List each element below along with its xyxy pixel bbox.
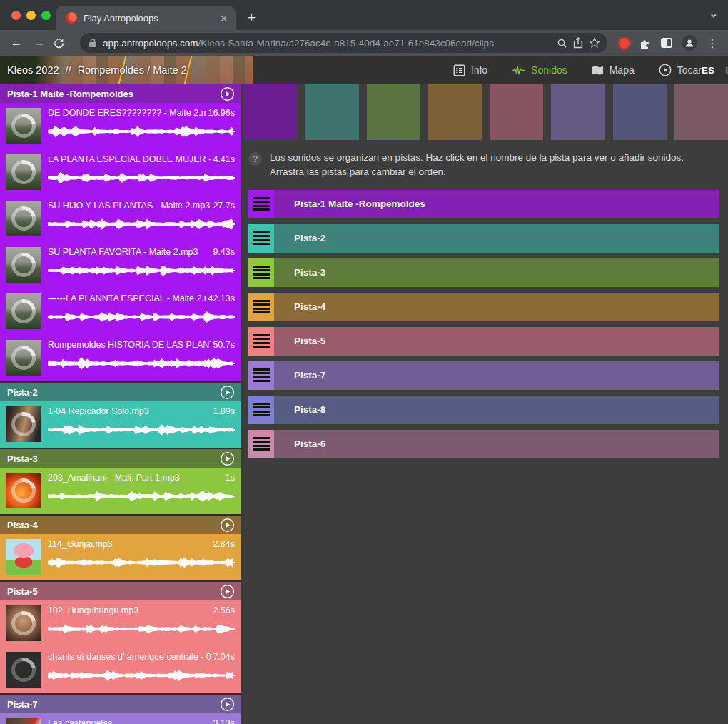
reload-button[interactable] [53, 37, 71, 49]
track-drag-handle[interactable] [248, 258, 274, 287]
track-drag-handle[interactable] [248, 190, 274, 218]
clip-thumbnail [6, 154, 41, 190]
bookmark-star-icon[interactable] [589, 37, 600, 49]
track-drag-handle[interactable] [248, 430, 274, 458]
track-drag-handle[interactable] [248, 293, 274, 321]
track-row: Pista-2 [248, 224, 719, 253]
nav-item-sonidos[interactable]: Sonidos [512, 64, 567, 76]
toolbar-extensions: ⋮ [616, 35, 721, 51]
track-drag-handle[interactable] [248, 224, 274, 253]
track-row-bar[interactable]: Pista-5 [274, 327, 719, 356]
clip-title: chants et danses d' amerique centrale - … [48, 652, 211, 662]
sidebar-track-header[interactable]: Pista-1 Maite -Rompemoldes [0, 84, 241, 103]
track-play-button[interactable] [220, 451, 235, 466]
audio-clip[interactable]: Rompemoldes HISTORIA DE LAS PLANTAS... 5… [0, 335, 241, 381]
clip-duration: 1s [226, 473, 235, 483]
track-row-bar[interactable]: Pista-7 [274, 361, 719, 390]
track-name: Pista-4 [7, 520, 220, 531]
sidebar-track-header[interactable]: Pista-5 [0, 582, 241, 600]
sidebar-track-header[interactable]: Pista-3 [0, 449, 241, 468]
profile-avatar[interactable] [682, 35, 697, 51]
url-bar[interactable]: app.antropoloops.com/Kleos-Santa-Marina/… [80, 33, 607, 53]
sidebar-track-header[interactable]: Pista-4 [0, 516, 241, 534]
audio-clip[interactable]: 102_Hunguhungu.mp3 2.56s [0, 600, 241, 647]
audio-clip[interactable]: 114_Gunjai.mp3 2.84s [0, 534, 241, 580]
track-drag-handle[interactable] [248, 327, 274, 356]
lang-en-button[interactable]: EN [725, 65, 728, 76]
nav-item-mapa[interactable]: Mapa [592, 64, 635, 76]
help-question-icon: ? [248, 152, 262, 166]
side-panel-icon[interactable] [661, 38, 672, 48]
extensions-puzzle-icon[interactable] [639, 36, 652, 49]
clip-top: 102_Hunguhungu.mp3 2.56s [48, 605, 235, 615]
browser-menu-icon[interactable]: ⋮ [707, 36, 718, 50]
browser-tab[interactable]: Play Antropoloops × [56, 6, 236, 30]
track-play-button[interactable] [220, 86, 235, 101]
track-play-button[interactable] [220, 584, 235, 599]
sidebar-track-header[interactable]: Pista-7 [0, 695, 241, 713]
audio-clip[interactable]: ------LA PLANNTA ESPECIAL - Maite 2.mp3 … [0, 288, 241, 335]
share-icon[interactable] [573, 37, 583, 49]
audio-clip[interactable]: DE DONDE ERES???????? - Maite 2.mp3 16.9… [0, 103, 241, 149]
url-path: /Kleos-Santa-Marina/a276ac4e-a815-40d4-a… [198, 38, 494, 49]
drag-grip-icon [253, 368, 270, 382]
url-domain: app.antropoloops.com [103, 38, 198, 49]
window-controls [11, 11, 51, 20]
window-minimize-button[interactable] [26, 11, 36, 20]
audio-clip[interactable]: LA PLANTA ESPECIAL DOBLE MUJER - Mai... … [0, 149, 241, 196]
track-play-button[interactable] [220, 697, 235, 712]
audio-clip[interactable]: SU PLANTA FAVORITA - Maite 2.mp3 9.43s [0, 242, 241, 288]
forward-button[interactable]: → [30, 36, 49, 50]
drag-grip-icon [253, 266, 270, 279]
track-row-bar[interactable]: Pista-2 [274, 224, 719, 253]
clip-thumbnail [6, 340, 41, 376]
clip-title: 102_Hunguhungu.mp3 [48, 605, 211, 615]
track-row-label: Pista-4 [294, 301, 325, 312]
track-clips: Las castañuelas 3.13s [0, 713, 241, 724]
track-color-swatch [551, 84, 605, 140]
audio-clip[interactable]: 203_Amalihani - Mali: Part 1.mp3 1s [0, 468, 241, 514]
audio-clip[interactable]: SU HIJO Y LAS PLANTAS - Maite 2.mp3 27.7… [0, 196, 241, 242]
track-clips: 114_Gunjai.mp3 2.84s [0, 534, 241, 580]
clip-duration: 4.41s [213, 154, 235, 164]
clip-top: Las castañuelas 3.13s [48, 718, 235, 724]
clip-main: SU HIJO Y LAS PLANTAS - Maite 2.mp3 27.7… [48, 201, 235, 236]
tab-search-chevron-icon[interactable]: ⌄ [709, 7, 718, 20]
track-row-label: Pista-1 Maite -Rompemoldes [294, 198, 425, 209]
clip-top: SU PLANTA FAVORITA - Maite 2.mp3 9.43s [48, 247, 235, 257]
track-drag-handle[interactable] [248, 396, 274, 424]
clip-waveform [48, 261, 235, 280]
track-row-bar[interactable]: Pista-6 [274, 430, 719, 458]
track-row-bar[interactable]: Pista-1 Maite -Rompemoldes [274, 190, 719, 218]
recorder-extension-icon[interactable] [619, 38, 630, 49]
clip-title: 203_Amalihani - Mali: Part 1.mp3 [48, 473, 224, 483]
audio-clip[interactable]: 1-04 Repicador Solo.mp3 1.89s [0, 401, 241, 448]
clip-thumbnail [6, 293, 41, 329]
lang-es-button[interactable]: ES [702, 65, 714, 76]
clip-top: 114_Gunjai.mp3 2.84s [48, 539, 235, 549]
track-row-bar[interactable]: Pista-4 [274, 293, 719, 321]
track-row-bar[interactable]: Pista-3 [274, 258, 719, 287]
sidebar-track-header[interactable]: Pista-2 [0, 383, 241, 401]
nav-item-info[interactable]: Info [453, 64, 487, 76]
nav-label-sonidos: Sonidos [531, 64, 567, 76]
back-button[interactable]: ← [7, 36, 26, 50]
track-row: Pista-6 [248, 430, 719, 458]
clip-duration: 9.43s [213, 247, 235, 257]
window-zoom-button[interactable] [41, 11, 51, 20]
track-row-bar[interactable]: Pista-8 [274, 396, 719, 424]
new-tab-button[interactable]: + [247, 6, 256, 30]
clip-thumbnail [6, 247, 41, 283]
audio-clip[interactable]: Las castañuelas 3.13s [0, 713, 241, 724]
window-close-button[interactable] [11, 11, 21, 20]
play-circle-icon [220, 584, 235, 599]
track-play-button[interactable] [220, 518, 235, 533]
zoom-icon[interactable] [557, 38, 567, 49]
breadcrumb-project[interactable]: Kleos 2022 [7, 64, 59, 76]
nav-item-tocar[interactable]: Tocar [659, 64, 702, 76]
audio-clip[interactable]: chants et danses d' amerique centrale - … [0, 647, 241, 693]
tab-close-icon[interactable]: × [219, 12, 228, 24]
clip-waveform [48, 421, 235, 439]
track-play-button[interactable] [220, 385, 235, 400]
track-drag-handle[interactable] [248, 361, 274, 390]
